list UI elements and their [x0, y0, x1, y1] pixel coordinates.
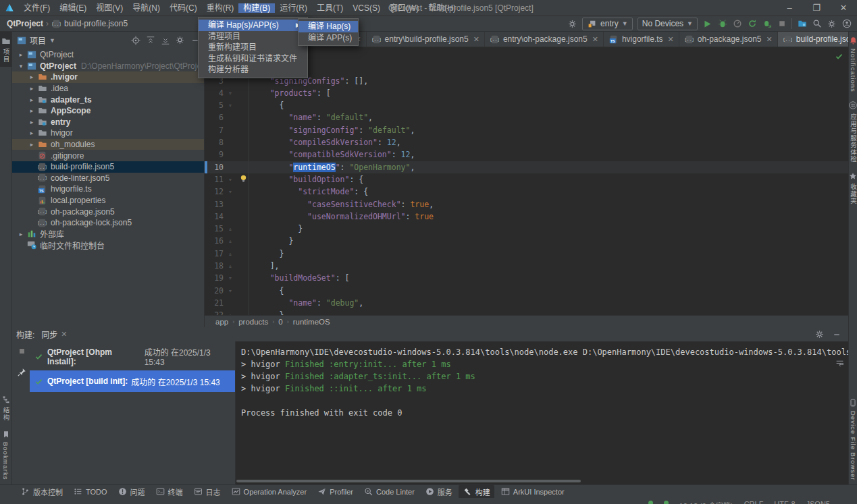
breadcrumb-project[interactable]: QtProject	[7, 19, 43, 28]
menu-构建-b[interactable]: 构建(B)	[238, 3, 275, 13]
run-button[interactable]	[702, 19, 712, 29]
pin-icon[interactable]	[17, 367, 27, 377]
breadcrumb-app[interactable]: app	[215, 318, 228, 326]
build-task-qtproject-build-init[interactable]: QtProject [build init]: 成功的 在2025/1/3 15…	[30, 370, 235, 392]
menu-vcs-s[interactable]: VCS(S)	[348, 3, 385, 13]
build-panel-minimize-icon[interactable]	[831, 329, 841, 339]
submenu-item-编译-app-s[interactable]: 编译 APP(s)	[298, 32, 358, 44]
device-selector[interactable]: No Devices▼	[638, 18, 698, 30]
project-view-dropdown-icon[interactable]: ▼	[49, 37, 55, 44]
device-file-browser-icon[interactable]	[797, 19, 807, 29]
expand-chevron-icon[interactable]: ▸	[27, 107, 36, 114]
project-panel-title[interactable]: 项目	[30, 34, 46, 46]
fold-marker[interactable]: ▿	[225, 272, 236, 284]
menu-文件-f[interactable]: 文件(F)	[19, 3, 55, 13]
line-number[interactable]: 10	[205, 161, 225, 173]
menu-编辑-e[interactable]: 编辑(E)	[55, 3, 91, 13]
toolwindow-button-问题[interactable]: 问题	[113, 485, 149, 499]
fold-marker[interactable]	[225, 198, 236, 211]
menu-item-清理项目[interactable]: 清理项目	[199, 31, 307, 43]
tree-item-qtproject[interactable]: ▸QtProject	[12, 49, 204, 61]
line-number[interactable]: 18	[205, 260, 225, 272]
fold-marker[interactable]: ▿	[225, 285, 236, 297]
tool-stripe-button-项目[interactable]: 项目	[0, 32, 11, 67]
line-number[interactable]: 14	[205, 211, 225, 223]
fold-marker[interactable]	[225, 111, 236, 123]
expand-chevron-icon[interactable]: ▸	[27, 130, 36, 136]
toolwindow-button-operation-analyzer[interactable]: Operation Analyzer	[227, 485, 311, 498]
line-number[interactable]: 6	[205, 111, 225, 123]
tree-item-hvigorfile-ts[interactable]: TShvigorfile.ts	[12, 184, 204, 195]
fold-marker[interactable]	[225, 161, 236, 173]
tree-item-local-properties[interactable]: local.properties	[12, 195, 204, 206]
collapse-all-icon[interactable]	[160, 35, 170, 45]
editor-tab-hvigorfile-ts[interactable]: TShvigorfile.ts✕	[604, 32, 679, 47]
menu-item-生成私钥和证书请求文件[interactable]: 生成私钥和证书请求文件	[199, 53, 307, 65]
menu-运行-r[interactable]: 运行(R)	[275, 3, 312, 13]
line-number[interactable]: 16	[205, 235, 225, 247]
editor-tab-entry-build-profile-json5[interactable]: {..}entry\build-profile.json5✕	[367, 32, 485, 47]
tree-item-build-profile-json5[interactable]: {..}build-profile.json5	[12, 161, 204, 173]
tree-item-adapter-ts[interactable]: ▸adapter_ts	[12, 94, 204, 105]
close-tab-icon[interactable]: ✕	[61, 330, 67, 339]
menu-视图-v[interactable]: 视图(V)	[91, 3, 128, 13]
line-number[interactable]: 17	[205, 248, 225, 260]
line-number[interactable]: 12	[205, 186, 225, 198]
fold-marker[interactable]: ▿	[225, 87, 236, 99]
tool-stripe-button-收藏夹[interactable]: 收藏夹	[849, 167, 857, 209]
fold-marker[interactable]	[225, 148, 236, 161]
tree-item-外部库[interactable]: ▸外部库	[12, 229, 204, 240]
toolwindow-button-code-linter[interactable]: Code Linter	[359, 485, 419, 498]
build-console-output[interactable]: D:\OpenHarmony\IDE\devecostudio-windows-…	[235, 341, 848, 484]
line-number[interactable]: 19	[205, 272, 225, 284]
tree-item-oh-modules[interactable]: ▸oh_modules	[12, 139, 204, 150]
line-number[interactable]: 15	[205, 223, 225, 235]
build-task-qtproject-ohpm-install[interactable]: QtProject [Ohpm Install]: 成功的 在2025/1/3 …	[30, 343, 235, 370]
expand-chevron-icon[interactable]: ▸	[27, 119, 36, 125]
tree-item-idea[interactable]: ▸.idea	[12, 83, 204, 94]
tool-stripe-button-notifications[interactable]: Notifications	[849, 32, 857, 96]
collapse-chevron-icon[interactable]: ▾	[16, 63, 26, 69]
fold-marker[interactable]: ▿	[225, 99, 236, 111]
menu-导航-n[interactable]: 导航(N)	[128, 3, 165, 13]
menu-item-编译-hap-s-app-s[interactable]: 编译 Hap(s)/APP(s)▶	[199, 20, 307, 31]
line-number[interactable]: 5	[205, 99, 225, 111]
stop-task-icon[interactable]	[17, 346, 27, 356]
breadcrumb-runtimeos[interactable]: runtimeOS	[293, 318, 330, 326]
rerun-button[interactable]	[747, 19, 757, 29]
soft-wrap-icon[interactable]	[835, 358, 845, 368]
breadcrumb-file[interactable]: {..} build-profile.json5	[51, 19, 128, 29]
breadcrumb-0[interactable]: 0	[278, 318, 282, 326]
tree-item-gitignore[interactable]: .gitignore	[12, 150, 204, 161]
account-avatar-icon[interactable]	[841, 19, 852, 29]
close-button[interactable]: ✕	[830, 0, 857, 16]
line-number[interactable]: 21	[205, 297, 225, 309]
inspection-ok-check-icon[interactable]	[834, 51, 844, 61]
tree-item-hvigor[interactable]: ▸hvigor	[12, 128, 204, 139]
tree-item-oh-package-lock-json5[interactable]: {..}oh-package-lock.json5	[12, 217, 204, 229]
tree-item-entry[interactable]: ▸entry	[12, 117, 204, 128]
panel-settings-gear-icon[interactable]	[175, 35, 185, 45]
expand-chevron-icon[interactable]: ▸	[27, 85, 36, 92]
expand-all-icon[interactable]	[145, 35, 155, 45]
toolwindow-button-构建[interactable]: 构建	[459, 485, 494, 499]
fold-marker[interactable]	[225, 136, 236, 148]
fold-marker[interactable]	[225, 124, 236, 136]
fold-marker[interactable]: ▵	[225, 260, 236, 272]
console-horizontal-scrollbar[interactable]	[236, 480, 581, 482]
minimize-button[interactable]: –	[776, 0, 803, 16]
line-number[interactable]: 13	[205, 198, 225, 211]
submenu-item-编译-hap-s[interactable]: 编译 Hap(s)	[298, 21, 358, 32]
settings-sync-icon[interactable]	[567, 19, 577, 29]
tool-stripe-button-device-file-browser[interactable]: Device File Browser	[849, 394, 857, 484]
expand-chevron-icon[interactable]: ▸	[27, 74, 36, 80]
editor-tab-entry-oh-package-json5[interactable]: {..}entry\oh-package.json5✕	[485, 32, 604, 47]
tree-item-code-linter-json5[interactable]: {..}code-linter.json5	[12, 173, 204, 184]
toolwindow-button-日志[interactable]: 日志	[189, 485, 225, 499]
close-tab-icon[interactable]: ✕	[473, 35, 479, 44]
menu-item-构建分析器[interactable]: 构建分析器	[199, 64, 307, 76]
fold-marker[interactable]: ▵	[225, 223, 236, 235]
toolwindow-button-服务[interactable]: 服务	[421, 485, 457, 499]
settings-gear-icon[interactable]	[827, 19, 837, 29]
toolwindow-button-版本控制[interactable]: 版本控制	[16, 485, 67, 499]
